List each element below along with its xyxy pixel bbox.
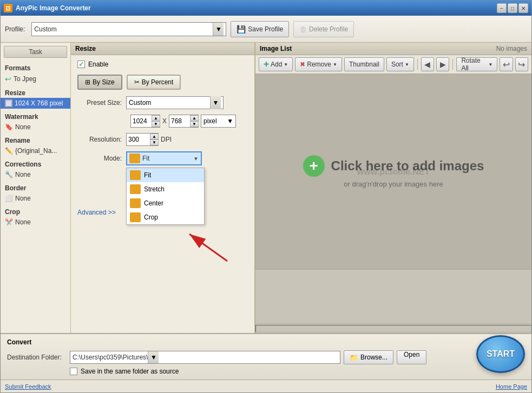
height-spin-down[interactable]: ▼ xyxy=(190,121,199,127)
advanced-button[interactable]: Advanced >> xyxy=(77,209,116,216)
sidebar-item-corrections[interactable]: 🔧 None xyxy=(1,169,70,180)
prev-button[interactable]: ◀ xyxy=(421,57,434,71)
sidebar-item-jpeg[interactable]: ↩ To Jpeg xyxy=(1,73,70,85)
sidebar-item-watermark[interactable]: 🔖 None xyxy=(1,122,70,132)
sidebar-item-rename[interactable]: ✏️ {Original_Na... xyxy=(1,145,70,156)
save-profile-button[interactable]: 💾 Save Profile xyxy=(231,21,289,37)
browse-button[interactable]: 📁 Browse... xyxy=(344,350,393,364)
window-controls: − □ ✕ xyxy=(497,3,528,13)
open-button[interactable]: Open xyxy=(397,350,426,364)
dropdown-item-center[interactable]: Center xyxy=(127,196,204,210)
profile-combo-arrow[interactable]: ▼ xyxy=(213,23,224,36)
rename-title: Rename xyxy=(1,135,70,145)
submit-feedback-link[interactable]: Submit Feedback xyxy=(5,383,51,390)
border-title: Border xyxy=(1,182,70,193)
enable-checkbox[interactable]: ✓ xyxy=(77,61,85,68)
profile-dropdown[interactable]: Custom ▼ xyxy=(31,22,226,36)
status-bar: Submit Feedback Home Page xyxy=(1,379,531,392)
sort-label: Sort xyxy=(391,61,403,68)
add-label: Add xyxy=(271,61,282,68)
crop-thumb xyxy=(130,212,141,222)
dropdown-item-crop[interactable]: Crop xyxy=(127,210,204,224)
dropdown-item-fit[interactable]: Fit xyxy=(127,168,204,182)
stretch-label: Stretch xyxy=(144,185,165,193)
width-input[interactable] xyxy=(131,117,152,125)
watermark-icon: 🔖 xyxy=(5,123,13,131)
redo-button[interactable]: ↪ xyxy=(515,57,528,71)
title-bar: 🖼 AnyPic Image Converter − □ ✕ xyxy=(1,1,531,16)
height-spin-up[interactable]: ▲ xyxy=(190,115,199,121)
resolution-spinbox: ▲ ▼ xyxy=(126,133,159,146)
destination-combo-arrow[interactable]: ▼ xyxy=(148,351,159,363)
width-spin-down[interactable]: ▼ xyxy=(152,121,160,127)
thumbnail-button[interactable]: Thumbnail xyxy=(344,57,384,71)
resize-section: Resize 1024 X 768 pixel xyxy=(1,87,70,109)
title-bar-left: 🖼 AnyPic Image Converter xyxy=(4,4,91,12)
toolbar: Profile: Custom ▼ 💾 Save Profile 🗑 Delet… xyxy=(1,16,531,43)
center-thumb xyxy=(130,198,141,208)
height-spinbox: ▲ ▼ xyxy=(169,115,199,128)
by-percent-button[interactable]: ✂ By Percent xyxy=(127,75,181,90)
watermark-item-label: None xyxy=(15,123,31,131)
width-spin-up[interactable]: ▲ xyxy=(152,115,160,121)
preset-size-value: Custom xyxy=(129,99,210,106)
same-folder-row: Save in the same folder as source xyxy=(70,368,525,375)
start-button[interactable]: START xyxy=(476,335,525,373)
delete-profile-label: Delete Profile xyxy=(309,25,348,33)
convert-bar: Convert Destination Folder: C:\Users\pc0… xyxy=(1,333,531,379)
main-panels: Resize ✓ Enable ⊞ By Size xyxy=(71,43,531,333)
fit-thumb xyxy=(130,170,141,180)
sidebar-item-resize[interactable]: 1024 X 768 pixel xyxy=(1,98,70,109)
remove-button[interactable]: ✖ Remove ▼ xyxy=(295,57,342,71)
sidebar-item-crop[interactable]: ✂️ None xyxy=(1,217,70,228)
add-button[interactable]: ✚ Add ▼ xyxy=(259,57,293,71)
add-images-area[interactable]: + Click here to add images or drag'n'dro… xyxy=(303,155,484,188)
drag-drop-text: or drag'n'drop your images here xyxy=(344,180,443,188)
rotate-arrow-icon: ▼ xyxy=(488,62,492,67)
close-button[interactable]: ✕ xyxy=(518,3,528,13)
rename-item-label: {Original_Na... xyxy=(15,147,57,155)
same-folder-checkbox[interactable] xyxy=(70,368,77,375)
maximize-button[interactable]: □ xyxy=(508,3,517,13)
minimize-button[interactable]: − xyxy=(497,3,507,13)
scroll-track[interactable] xyxy=(255,325,531,332)
toolbar-separator-1 xyxy=(417,59,418,70)
home-page-link[interactable]: Home Page xyxy=(496,383,527,390)
window-title: AnyPic Image Converter xyxy=(16,4,91,12)
sidebar-item-border[interactable]: ⬜ None xyxy=(1,193,70,204)
next-button[interactable]: ▶ xyxy=(436,57,449,71)
preset-size-dropdown[interactable]: Custom ▼ xyxy=(126,96,224,109)
border-item-label: None xyxy=(15,195,31,202)
unit-dropdown[interactable]: pixel ▼ xyxy=(201,115,236,128)
dropdown-item-stretch[interactable]: Stretch xyxy=(127,182,204,196)
mode-dropdown[interactable]: Fit ▼ xyxy=(126,151,202,165)
rotate-all-button[interactable]: Rotate All ▼ xyxy=(456,57,497,71)
to-jpeg-label: To Jpeg xyxy=(14,75,36,83)
destination-input[interactable]: C:\Users\pc0359\Pictures\ ▼ xyxy=(70,351,340,364)
image-canvas[interactable]: + Click here to add images or drag'n'dro… xyxy=(255,74,531,269)
x-separator: X xyxy=(162,117,167,125)
resolution-input[interactable] xyxy=(127,136,150,143)
resize-item-label: 1024 X 768 pixel xyxy=(15,99,63,107)
preset-combo-arrow[interactable]: ▼ xyxy=(210,96,221,109)
delete-profile-button[interactable]: 🗑 Delete Profile xyxy=(293,21,354,37)
horizontal-scrollbar[interactable] xyxy=(255,323,531,333)
task-button[interactable]: Task xyxy=(4,46,67,58)
height-input[interactable] xyxy=(169,117,190,125)
image-canvas-bottom xyxy=(255,269,531,323)
save-icon: 💾 xyxy=(237,25,246,34)
main-area: Task Formats ↩ To Jpeg Resize 1024 X 768… xyxy=(1,43,531,333)
plus-circle-icon: + xyxy=(303,155,325,177)
undo-button[interactable]: ↩ xyxy=(500,57,513,71)
resolution-spin-buttons: ▲ ▼ xyxy=(150,134,159,145)
enable-label: Enable xyxy=(88,61,108,68)
unit-arrow: ▼ xyxy=(227,117,233,125)
sort-button[interactable]: Sort ▼ xyxy=(386,57,414,71)
rotate-all-label: Rotate All xyxy=(461,57,487,72)
mode-combo-arrow-icon: ▼ xyxy=(193,156,199,162)
res-spin-up[interactable]: ▲ xyxy=(150,134,159,139)
res-spin-down[interactable]: ▼ xyxy=(150,139,159,145)
right-panel: Image List No images ✚ Add ▼ ✖ Remove ▼ xyxy=(255,43,531,333)
same-folder-label: Save in the same folder as source xyxy=(81,368,179,375)
by-size-button[interactable]: ⊞ By Size xyxy=(77,75,122,90)
